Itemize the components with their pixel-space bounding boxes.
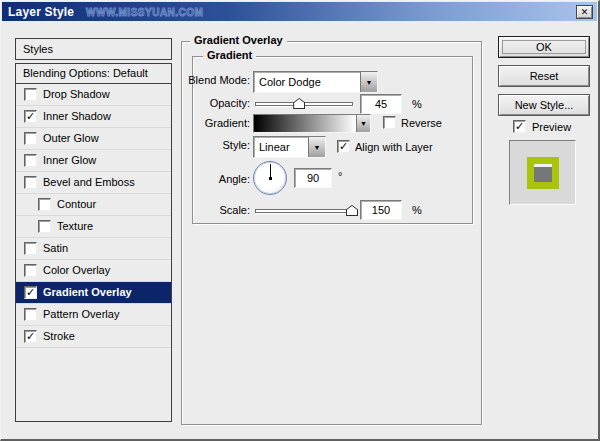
gradient-label: Gradient: xyxy=(176,117,250,129)
chevron-down-icon[interactable]: ▼ xyxy=(308,137,325,157)
chevron-down-icon[interactable]: ▼ xyxy=(356,115,370,132)
sidebar-style-item[interactable]: Contour xyxy=(16,194,171,216)
title-bar[interactable]: Layer Style WWW.MISSYUAN.COM ✕ xyxy=(2,2,597,21)
sidebar-style-item[interactable]: ✓ Gradient Overlay xyxy=(16,282,171,304)
opacity-input[interactable] xyxy=(360,94,402,114)
blend-mode-label: Blend Mode: xyxy=(176,74,250,86)
style-value: Linear xyxy=(254,137,308,157)
angle-needle[interactable] xyxy=(270,164,271,178)
sidebar-style-item[interactable]: Texture xyxy=(16,216,171,238)
gradient-overlay-group: Gradient Overlay Gradient Blend Mode: Co… xyxy=(181,41,482,425)
style-item-checkbox[interactable] xyxy=(24,176,37,189)
style-label: Style: xyxy=(176,139,250,151)
align-with-layer-checkbox[interactable]: ✓ xyxy=(337,140,350,153)
preview-checkbox[interactable]: ✓ xyxy=(513,120,526,133)
opacity-label: Opacity: xyxy=(176,97,250,109)
style-item-label[interactable]: Color Overlay xyxy=(43,260,110,281)
blend-mode-value: Color Dodge xyxy=(254,72,360,92)
preview-gradient-core xyxy=(534,164,552,182)
style-item-label[interactable]: Contour xyxy=(57,194,96,215)
scale-label: Scale: xyxy=(176,204,250,216)
style-item-checkbox[interactable]: ✓ xyxy=(24,286,37,299)
sidebar-style-item[interactable]: Color Overlay xyxy=(16,260,171,282)
style-item-label[interactable]: Inner Shadow xyxy=(43,106,111,127)
sidebar-style-item[interactable]: Pattern Overlay xyxy=(16,304,171,326)
opacity-unit: % xyxy=(412,98,422,110)
styles-list-items: Drop Shadow ✓ Inner Shadow Outer Glow In… xyxy=(16,84,171,348)
style-item-checkbox[interactable] xyxy=(38,198,51,211)
sidebar-style-item[interactable]: ✓ Inner Shadow xyxy=(16,106,171,128)
new-style-button[interactable]: New Style... xyxy=(498,94,590,116)
subgroup-title: Gradient xyxy=(203,49,256,61)
align-with-layer-label: Align with Layer xyxy=(355,141,433,153)
style-item-checkbox[interactable] xyxy=(24,154,37,167)
chevron-down-icon[interactable]: ▼ xyxy=(360,72,377,92)
preview-label: Preview xyxy=(532,121,571,133)
style-item-label[interactable]: Inner Glow xyxy=(43,150,96,171)
style-item-label[interactable]: Satin xyxy=(43,238,68,259)
sidebar-style-item[interactable]: Outer Glow xyxy=(16,128,171,150)
close-icon[interactable]: ✕ xyxy=(576,5,593,19)
style-item-checkbox[interactable] xyxy=(38,220,51,233)
style-item-checkbox[interactable] xyxy=(24,242,37,255)
style-item-label[interactable]: Drop Shadow xyxy=(43,84,110,105)
angle-input[interactable] xyxy=(294,168,332,188)
style-item-checkbox[interactable] xyxy=(24,132,37,145)
angle-dial[interactable] xyxy=(253,161,287,195)
sidebar-style-item[interactable]: Satin xyxy=(16,238,171,260)
reverse-label: Reverse xyxy=(401,117,442,129)
style-select[interactable]: Linear ▼ xyxy=(253,136,326,158)
layer-style-dialog: Layer Style WWW.MISSYUAN.COM ✕ Styles Bl… xyxy=(0,0,600,441)
ok-button[interactable]: OK xyxy=(498,36,590,58)
style-item-label[interactable]: Gradient Overlay xyxy=(43,282,132,303)
preview-stroke-swatch xyxy=(527,157,559,189)
opacity-slider[interactable] xyxy=(255,102,353,106)
style-item-label[interactable]: Outer Glow xyxy=(43,128,99,149)
style-item-checkbox[interactable] xyxy=(24,308,37,321)
style-item-checkbox[interactable]: ✓ xyxy=(24,110,37,123)
style-item-label[interactable]: Bevel and Emboss xyxy=(43,172,135,193)
style-item-checkbox[interactable]: ✓ xyxy=(24,330,37,343)
style-item-label[interactable]: Stroke xyxy=(43,326,75,347)
style-item-label[interactable]: Texture xyxy=(57,216,93,237)
gradient-swatch[interactable] xyxy=(254,115,356,132)
sidebar-style-item[interactable]: Inner Glow xyxy=(16,150,171,172)
scale-input[interactable] xyxy=(360,200,402,220)
styles-list: Blending Options: Default Drop Shadow ✓ … xyxy=(15,63,172,422)
dialog-title: Layer Style xyxy=(2,5,74,19)
style-item-checkbox[interactable] xyxy=(24,88,37,101)
sidebar-style-item[interactable]: ✓ Stroke xyxy=(16,326,171,348)
scale-slider[interactable] xyxy=(255,209,353,213)
scale-unit: % xyxy=(412,204,422,216)
gradient-picker[interactable]: ▼ xyxy=(253,114,371,133)
style-preview-thumbnail xyxy=(509,140,576,205)
sidebar-style-item[interactable]: Bevel and Emboss xyxy=(16,172,171,194)
sidebar-style-item[interactable]: Drop Shadow xyxy=(16,84,171,106)
sidebar-item-blending-options[interactable]: Blending Options: Default xyxy=(16,64,171,84)
reset-button[interactable]: Reset xyxy=(498,65,590,87)
watermark-text: WWW.MISSYUAN.COM xyxy=(86,7,203,18)
style-item-checkbox[interactable] xyxy=(24,264,37,277)
group-title: Gradient Overlay xyxy=(190,34,287,46)
reverse-checkbox[interactable] xyxy=(383,116,396,129)
style-item-label[interactable]: Pattern Overlay xyxy=(43,304,119,325)
angle-unit: ° xyxy=(338,170,342,182)
angle-label: Angle: xyxy=(176,173,250,185)
angle-dial-center xyxy=(269,177,272,180)
styles-header: Styles xyxy=(15,38,172,60)
blend-mode-select[interactable]: Color Dodge ▼ xyxy=(253,71,378,93)
